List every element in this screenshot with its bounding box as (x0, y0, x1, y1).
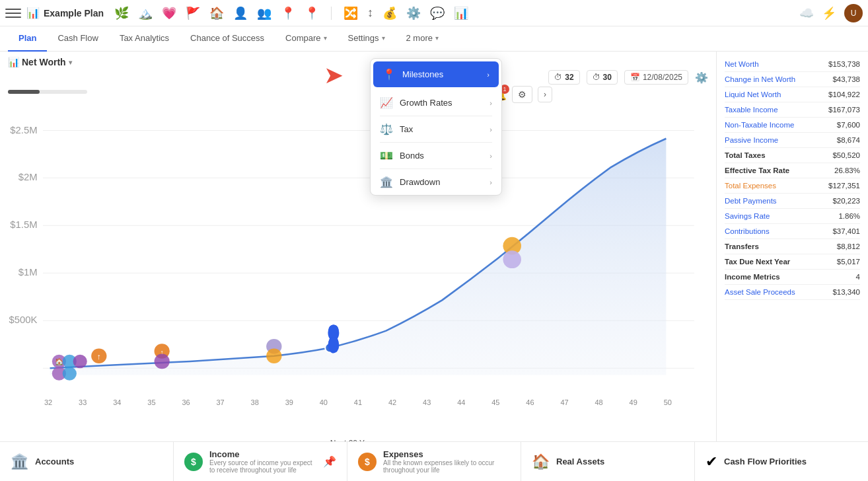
milestone-pin-5[interactable] (73, 355, 87, 369)
dropdown-item-drawdown[interactable]: 🏛️ Drawdown › (371, 169, 501, 195)
bottom-cashflow[interactable]: ✔ Cash Flow Priorities (695, 442, 868, 481)
metric-row-5: Passive Income $8,674 (725, 133, 860, 148)
nav-icon-3[interactable]: 💗 (162, 6, 176, 20)
avatar[interactable]: U (844, 4, 863, 22)
nav-icon-9[interactable]: 📍 (305, 6, 319, 20)
settings-chevron: ▾ (382, 34, 385, 42)
metric-label-1[interactable]: Change in Net Worth (725, 75, 795, 83)
milestone-pin-12[interactable] (328, 337, 339, 353)
metric-value-7: 26.83% (834, 166, 860, 174)
timer-group-2[interactable]: ⏱ 30 (587, 70, 618, 85)
tab-tax[interactable]: Tax Analytics (109, 26, 180, 52)
metric-row-7: Effective Tax Rate 26.83% (725, 163, 860, 178)
metric-value-9: $20,223 (832, 197, 860, 205)
bottom-expenses[interactable]: $ Expenses All the known expenses likely… (347, 442, 521, 481)
nav-icon-10[interactable]: 🔀 (344, 6, 358, 20)
metric-label-6: Total Taxes (725, 151, 766, 159)
chart-settings-cog[interactable]: ⚙️ (695, 71, 708, 84)
metric-label-2[interactable]: Liquid Net Worth (725, 91, 781, 98)
progress-bar-area (8, 90, 708, 94)
timer-icon-1: ⏱ (554, 73, 562, 82)
svg-text:↑: ↑ (97, 352, 101, 361)
tab-more[interactable]: 2 more ▾ (396, 26, 449, 52)
bottom-income[interactable]: $ Income Every source of income you expe… (174, 442, 347, 481)
nav-icons: 🌿 🏔️ 💗 🚩 🏠 👤 👥 📍 📍 🔀 ↕️ 💰 ⚙️ 💬 📊 (114, 6, 468, 20)
dropdown-item-growth[interactable]: 📈 Growth Rates › (371, 90, 501, 116)
metric-value-5: $8,674 (837, 136, 860, 144)
calendar-icon: 📅 (630, 73, 640, 82)
timer-group-1[interactable]: ⏱ 32 (548, 70, 579, 85)
settings-dropdown: 📍 Milestones › 📈 Growth Rates › ⚖️ Tax ›… (370, 58, 502, 196)
bonds-icon: 💵 (380, 149, 393, 162)
income-pin-icon: 📌 (323, 455, 336, 468)
metric-label-7: Effective Tax Rate (725, 166, 789, 174)
nav-icon-11[interactable]: ↕️ (367, 6, 373, 20)
cloud-icon[interactable]: ☁️ (799, 6, 814, 20)
metric-row-2: Liquid Net Worth $104,922 (725, 87, 860, 102)
milestone-pin-14[interactable] (503, 250, 521, 268)
tab-cashflow[interactable]: Cash Flow (47, 26, 108, 52)
lightning-icon[interactable]: ⚡ (822, 6, 836, 20)
bottom-accounts[interactable]: 🏛️ Accounts (0, 442, 174, 481)
progress-track (8, 90, 87, 94)
milestone-pin-10[interactable] (266, 348, 281, 363)
drawdown-icon: 🏛️ (380, 176, 393, 188)
nav-icon-5[interactable]: 🏠 (209, 6, 224, 20)
plan-title: 📊 Example Plan (26, 7, 104, 19)
tab-plan[interactable]: Plan (8, 26, 47, 52)
nav-icon-6[interactable]: 👤 (233, 6, 248, 20)
hamburger-menu[interactable] (5, 5, 21, 21)
dropdown-item-milestones[interactable]: 📍 Milestones › (373, 61, 499, 87)
metric-label-5[interactable]: Passive Income (725, 136, 778, 144)
metric-label-11[interactable]: Contributions (725, 227, 770, 235)
svg-point-27 (328, 337, 338, 346)
bonds-arrow: › (489, 152, 492, 160)
chart-footer: Next 20 Years ▾ (8, 439, 708, 441)
metric-label-10[interactable]: Savings Rate (725, 212, 770, 220)
tab-settings[interactable]: Settings ▾ (338, 26, 396, 52)
milestone-pin-6[interactable]: ↑ (91, 348, 106, 363)
bottom-bar: 🏛️ Accounts $ Income Every source of inc… (0, 441, 868, 481)
nav-icon-4[interactable]: 🚩 (186, 6, 200, 20)
bottom-real-assets[interactable]: 🏠 Real Assets (521, 442, 695, 481)
metric-row-6: Total Taxes $50,520 (725, 148, 860, 163)
metric-label-0[interactable]: Net Worth (725, 60, 759, 68)
metric-row-0: Net Worth $153,738 (725, 57, 860, 72)
nav-icon-7[interactable]: 👥 (257, 6, 271, 20)
dropdown-item-tax[interactable]: ⚖️ Tax › (371, 116, 501, 142)
metric-label-9[interactable]: Debt Payments (725, 197, 777, 205)
metric-row-15: Asset Sale Proceeds $13,340 (725, 285, 860, 300)
tab-chance[interactable]: Chance of Success (180, 26, 275, 52)
nav-icon-13[interactable]: ⚙️ (406, 6, 421, 20)
income-text: Income Every source of income you expect… (209, 449, 316, 474)
nav-icon-12[interactable]: 💰 (382, 6, 397, 20)
top-nav: 📊 Example Plan 🌿 🏔️ 💗 🚩 🏠 👤 👥 📍 📍 🔀 ↕️ 💰… (0, 0, 868, 26)
milestones-icon: 📍 (382, 68, 396, 81)
metric-row-11: Contributions $37,401 (725, 224, 860, 239)
metric-value-6: $50,520 (832, 151, 860, 159)
milestones-arrow: › (487, 71, 489, 79)
timeframe-selector[interactable]: Next 20 Years ▾ (330, 439, 386, 441)
svg-point-23 (266, 348, 281, 363)
tax-icon: ⚖️ (380, 123, 393, 135)
date-display[interactable]: 📅 12/08/2025 (624, 70, 688, 85)
timeframe-chevron: ▾ (382, 439, 386, 441)
metric-label-3[interactable]: Taxable Income (725, 106, 778, 114)
metric-label-4[interactable]: Non-Taxable Income (725, 121, 794, 129)
nav-icon-14[interactable]: 💬 (430, 6, 445, 20)
nav-icon-15[interactable]: 📊 (454, 6, 468, 20)
nav-icon-2[interactable]: 🏔️ (138, 6, 153, 20)
chart-svg: $2.5M $2M $1.5M $1M $500K (8, 96, 708, 402)
milestone-pin-8[interactable] (155, 354, 170, 369)
nav-icon-1[interactable]: 🌿 (114, 6, 129, 20)
nav-icon-8[interactable]: 📍 (281, 6, 295, 20)
metric-label-8[interactable]: Total Expenses (725, 182, 776, 190)
milestone-pin-4[interactable] (63, 367, 77, 381)
metric-row-12: Transfers $8,812 (725, 239, 860, 254)
net-worth-selector[interactable]: 📊 Net Worth ▾ (8, 57, 72, 67)
tab-compare[interactable]: Compare ▾ (275, 26, 337, 52)
progress-fill (8, 90, 40, 94)
dropdown-item-bonds[interactable]: 💵 Bonds › (371, 143, 501, 168)
metric-label-15[interactable]: Asset Sale Proceeds (725, 288, 795, 296)
metric-label-12: Transfers (725, 242, 759, 250)
